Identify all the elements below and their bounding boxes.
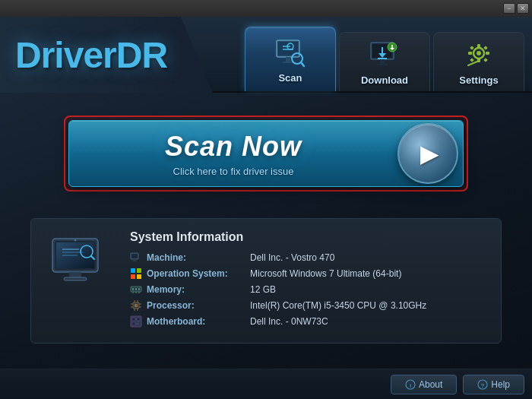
svg-rect-48: [137, 274, 141, 279]
about-icon: i: [405, 379, 416, 390]
svg-rect-25: [470, 46, 474, 50]
processor-icon: [130, 299, 142, 312]
svg-rect-39: [64, 277, 87, 280]
nav-tabs: Scan Download: [213, 17, 532, 91]
scan-now-text: Scan Now: [165, 131, 302, 163]
svg-rect-13: [378, 58, 387, 59]
info-row-memory: Memory: 12 GB: [130, 283, 486, 296]
svg-rect-21: [477, 44, 480, 48]
tab-scan[interactable]: Scan: [245, 27, 336, 91]
content-area: Scan Now Click here to fix driver issue …: [0, 93, 532, 399]
memory-label: Memory:: [147, 284, 245, 295]
svg-rect-24: [486, 52, 489, 55]
system-monitor-icon: [46, 230, 115, 299]
settings-tab-icon: [462, 38, 496, 71]
system-info-panel: System Information Machine: Dell Inc. - …: [30, 218, 502, 344]
svg-rect-23: [468, 52, 472, 55]
svg-rect-44: [132, 261, 137, 261]
svg-rect-52: [138, 288, 140, 290]
os-label: Operation System:: [147, 268, 245, 279]
svg-rect-46: [137, 268, 141, 273]
scan-button-wrapper: Scan Now Click here to fix driver issue …: [64, 116, 468, 192]
svg-line-29: [468, 61, 479, 65]
svg-rect-47: [131, 274, 135, 279]
svg-rect-57: [135, 304, 138, 307]
system-info-title: System Information: [130, 230, 486, 244]
app-logo: DriverDR: [15, 34, 167, 76]
svg-rect-69: [132, 322, 135, 325]
svg-rect-6: [283, 62, 293, 63]
machine-label: Machine:: [147, 252, 245, 263]
info-row-motherboard: Motherboard: Dell Inc. - 0NW73C: [130, 315, 486, 328]
settings-tab-label: Settings: [459, 74, 498, 86]
svg-rect-15: [377, 64, 388, 65]
svg-rect-27: [470, 58, 474, 62]
tab-settings[interactable]: Settings: [433, 32, 524, 91]
close-button[interactable]: ✕: [517, 3, 529, 14]
tab-download[interactable]: Download: [339, 32, 430, 91]
scan-tab-icon: [274, 36, 307, 69]
machine-icon: [130, 252, 142, 264]
info-row-machine: Machine: Dell Inc. - Vostro 470: [130, 252, 486, 264]
processor-value: Intel(R) Core(TM) i5-3450 CPU @ 3.10GHz: [250, 300, 426, 311]
svg-rect-28: [483, 58, 488, 62]
help-button[interactable]: ? Help: [463, 375, 524, 394]
scan-arrow-button[interactable]: ▶: [397, 123, 458, 184]
svg-rect-51: [135, 288, 137, 290]
info-row-processor: Processor: Intel(R) Core(TM) i5-3450 CPU…: [130, 299, 486, 312]
title-bar: − ✕: [0, 0, 532, 17]
svg-point-40: [74, 239, 76, 241]
processor-label: Processor:: [147, 300, 245, 311]
svg-rect-45: [131, 268, 135, 273]
svg-rect-26: [483, 46, 488, 50]
info-row-os: Operation System: Microsoft Windows 7 Ul…: [130, 268, 486, 280]
svg-rect-42: [131, 254, 138, 258]
svg-rect-43: [133, 259, 136, 261]
scan-button-text-area: Scan Now Click here to fix driver issue: [69, 131, 397, 177]
svg-text:?: ?: [481, 382, 485, 388]
help-icon: ?: [477, 379, 488, 390]
scan-tab-label: Scan: [278, 72, 302, 84]
machine-value: Dell Inc. - Vostro 470: [250, 252, 334, 263]
motherboard-value: Dell Inc. - 0NW73C: [250, 316, 328, 327]
svg-rect-50: [132, 288, 134, 290]
svg-rect-67: [132, 318, 135, 321]
download-tab-label: Download: [361, 74, 408, 86]
header: DriverDR Scan: [0, 17, 532, 93]
help-label: Help: [491, 379, 510, 390]
scan-now-button[interactable]: Scan Now Click here to fix driver issue …: [68, 120, 464, 187]
svg-point-20: [477, 51, 481, 55]
memory-icon: [130, 283, 142, 296]
about-button[interactable]: i About: [391, 375, 457, 394]
download-tab-icon: [368, 38, 401, 71]
svg-line-8: [301, 62, 304, 66]
system-info-content: System Information Machine: Dell Inc. - …: [130, 230, 486, 331]
footer: i About ? Help: [0, 369, 532, 399]
motherboard-label: Motherboard:: [147, 316, 245, 327]
scan-arrow-icon: ▶: [420, 139, 439, 168]
os-value: Microsoft Windows 7 Ultimate (64-bit): [250, 268, 401, 279]
motherboard-icon: [130, 315, 142, 328]
os-icon: [130, 268, 142, 280]
main-container: DriverDR Scan: [0, 17, 532, 399]
about-label: About: [419, 379, 442, 390]
svg-text:i: i: [410, 382, 411, 388]
scan-subtitle: Click here to fix driver issue: [173, 166, 294, 177]
logo-container: DriverDR: [0, 17, 213, 93]
monitor-svg: [49, 233, 113, 297]
svg-rect-14: [380, 59, 385, 64]
svg-rect-5: [286, 57, 290, 62]
svg-rect-68: [137, 318, 140, 321]
minimize-button[interactable]: −: [503, 3, 515, 14]
memory-value: 12 GB: [250, 284, 276, 295]
